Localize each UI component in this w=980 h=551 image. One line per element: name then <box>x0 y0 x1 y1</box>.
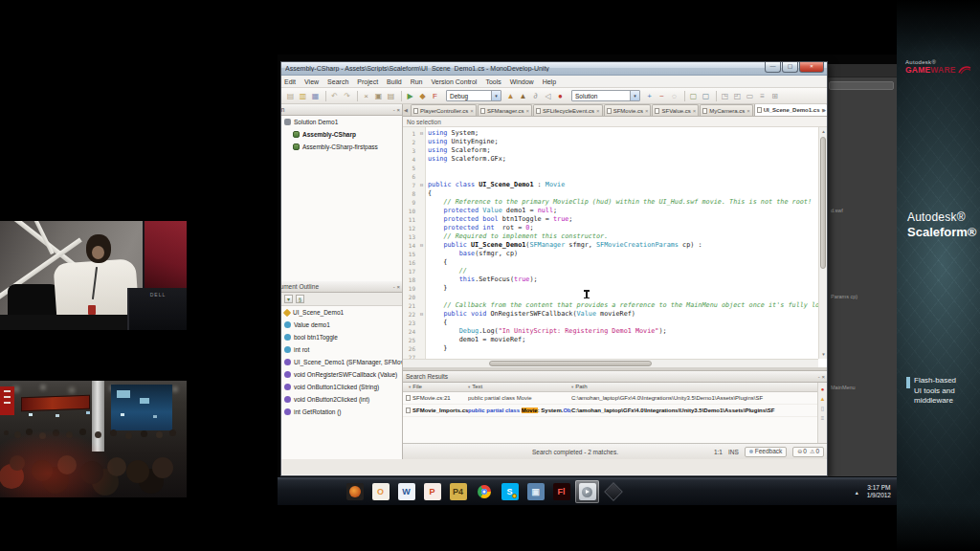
perforce-p4-icon[interactable]: P4 <box>446 480 470 503</box>
horizontal-scrollbar[interactable] <box>403 359 818 367</box>
search-result-row[interactable]: SFMovie.cs:21public partial class MovieC… <box>403 392 817 405</box>
tab-mycamera-cs[interactable]: MyCamera.cs× <box>700 104 753 116</box>
horizontal-scroll-thumb[interactable] <box>489 361 652 366</box>
tab-playercontroller-cs[interactable]: PlayerController.cs× <box>411 104 477 116</box>
code-line[interactable]: 5 <box>403 164 818 172</box>
close-button[interactable]: × <box>799 62 824 73</box>
skype-icon[interactable]: S <box>498 480 522 503</box>
code-line[interactable]: 7⊟public class UI_Scene_Demo1 : Movie <box>403 181 818 189</box>
menu-version-control[interactable]: Version Control <box>432 78 478 85</box>
tab-sfmovie-cs[interactable]: SFMovie.cs× <box>604 104 652 116</box>
refresh-icon[interactable]: ◌ <box>669 91 679 101</box>
attach-icon[interactable]: ∂ <box>530 91 541 101</box>
tab-close-icon[interactable]: × <box>596 108 600 114</box>
solution-item-solution-demo1[interactable]: Solution Demo1 <box>281 116 402 128</box>
pad-right-icon[interactable]: ▢ <box>701 91 711 101</box>
code-line[interactable]: 24 Debug.Log("In UnityScript: Registerin… <box>403 327 818 336</box>
menu-project[interactable]: Project <box>357 78 378 85</box>
code-line[interactable]: 6 <box>403 172 818 181</box>
tab-scroll-left-icon[interactable]: ◀ <box>404 107 408 113</box>
tab-sflifecycleevent-cs[interactable]: SFLifecycleEvent.cs× <box>533 104 603 116</box>
chrome-icon[interactable] <box>472 480 496 503</box>
menu-window[interactable]: Window <box>510 78 534 85</box>
stop-icon[interactable]: ● <box>555 91 566 101</box>
layout-3-icon[interactable]: ▭ <box>745 91 755 101</box>
outline-item[interactable]: UI_Scene_Demo1 <box>281 306 402 319</box>
code-line[interactable]: 1⊟using System; <box>403 129 818 138</box>
code-line[interactable]: 8{ <box>403 189 818 198</box>
outline-item[interactable]: void OnButton1Clicked (String) <box>281 381 402 393</box>
outline-item[interactable]: UI_Scene_Demo1 (SFManager, SFMovieCreati… <box>281 356 402 368</box>
outline-sort-icon[interactable]: ▾ <box>284 295 293 303</box>
tab-close-icon[interactable]: × <box>693 108 697 114</box>
message-badge-icon[interactable]: ▯ <box>821 405 824 414</box>
search-result-row[interactable]: SFMovie_Imports.cs:16public partial clas… <box>403 405 817 417</box>
code-line[interactable]: 16 { <box>403 258 818 267</box>
outline-item[interactable]: void OnButton2Clicked (int) <box>281 393 402 406</box>
code-line[interactable]: 21 // Callback from the content that pro… <box>403 301 818 310</box>
tray-expand-icon[interactable]: ▴ <box>856 489 858 496</box>
build-icon[interactable]: ▲ <box>505 91 516 101</box>
menu-build[interactable]: Build <box>387 78 402 85</box>
step-icon[interactable]: ◆ <box>417 91 428 101</box>
cut-icon[interactable]: × <box>361 91 371 101</box>
vertical-scroll-thumb[interactable] <box>820 137 826 269</box>
layout-4-icon[interactable]: ≡ <box>757 91 768 101</box>
layout-2-icon[interactable]: ◰ <box>732 91 743 101</box>
menu-tools[interactable]: Tools <box>485 78 501 85</box>
unity-icon[interactable] <box>601 480 625 503</box>
code-line[interactable]: 13 // Required to implement this constru… <box>403 232 818 241</box>
code-line[interactable]: 19 } <box>403 284 818 293</box>
word-icon[interactable]: W <box>394 480 418 503</box>
code-line[interactable]: 26 } <box>403 344 818 353</box>
tab-close-icon[interactable]: × <box>470 108 474 114</box>
window-titlebar[interactable]: Assembly-CSharp - Assets\Scripts\Scalefo… <box>281 62 827 76</box>
layout-1-icon[interactable]: ◳ <box>720 91 730 101</box>
menu-view[interactable]: View <box>304 78 319 85</box>
add-icon[interactable]: + <box>644 91 655 101</box>
tab-close-icon[interactable]: × <box>746 108 750 114</box>
tab-scroll-right-icon[interactable]: ▶ <box>822 107 826 113</box>
scroll-down-icon[interactable]: ▼ <box>819 350 827 359</box>
solution-item-assembly-csharp-firstpass[interactable]: Assembly-CSharp-firstpass <box>281 141 402 153</box>
outline-item[interactable]: int GetRotation () <box>281 406 402 418</box>
code-line[interactable]: 17 // <box>403 267 818 276</box>
debug-configuration-select[interactable]: Debug▾ <box>446 90 501 101</box>
new-file-icon[interactable]: ▤ <box>285 91 296 101</box>
tab-close-icon[interactable]: × <box>645 108 649 114</box>
code-line[interactable]: 23 { <box>403 319 818 327</box>
fold-marker-icon[interactable]: ⊟ <box>417 310 426 319</box>
code-line[interactable]: 11 protected bool btn1Toggle = true; <box>403 215 818 224</box>
solution-pad-header[interactable]: Solution - × <box>281 104 402 116</box>
pad-close-icon[interactable]: - × <box>818 371 825 383</box>
save-icon[interactable]: ▦ <box>310 91 321 101</box>
tab-ui-scene-demo1-cs[interactable]: UI_Scene_Demo1.cs× <box>754 104 827 116</box>
outline-item[interactable]: Value demo1 <box>281 319 402 331</box>
outline-item[interactable]: void OnRegisterSWFCallback (Value) <box>281 368 402 381</box>
layout-5-icon[interactable]: ⊞ <box>769 91 780 101</box>
menu-edit[interactable]: Edit <box>284 78 296 85</box>
menu-help[interactable]: Help <box>543 78 556 85</box>
flash-pro-icon[interactable]: Fl <box>549 480 573 503</box>
column-text[interactable]: ▾Text <box>468 384 482 389</box>
code-editor[interactable]: 1⊟using System;2using UnityEngine;3using… <box>403 127 827 367</box>
column-path[interactable]: ▾Path <box>571 384 588 389</box>
tab-sfmanager-cs[interactable]: SFManager.cs× <box>478 104 532 116</box>
vertical-scrollbar[interactable]: ▲ ▼ <box>818 127 827 359</box>
outline-group-icon[interactable]: § <box>296 295 304 303</box>
code-line[interactable]: 20 <box>403 293 818 301</box>
open-file-icon[interactable]: ▥ <box>298 91 308 101</box>
menu-run[interactable]: Run <box>411 78 423 85</box>
log-badge-icon[interactable]: ≡ <box>821 414 825 424</box>
error-badge-icon[interactable]: ● <box>821 386 825 395</box>
code-line[interactable]: 22⊟ public void OnRegisterSWFCallback(Va… <box>403 310 818 319</box>
code-line[interactable]: 9 // Reference to the primary MovieClip … <box>403 198 818 207</box>
solution-scope-select[interactable]: Solution▾ <box>571 90 640 101</box>
pad-close-icon[interactable]: - × <box>393 104 400 116</box>
pad-left-icon[interactable]: ▢ <box>688 91 699 101</box>
powerpoint-icon[interactable]: P <box>420 480 444 503</box>
code-line[interactable]: 2using UnityEngine; <box>403 138 818 146</box>
fold-marker-icon[interactable]: ⊟ <box>417 129 426 138</box>
tab-sfvalue-cs[interactable]: SFValue.cs× <box>652 104 699 116</box>
monodevelop-icon[interactable] <box>575 480 599 503</box>
